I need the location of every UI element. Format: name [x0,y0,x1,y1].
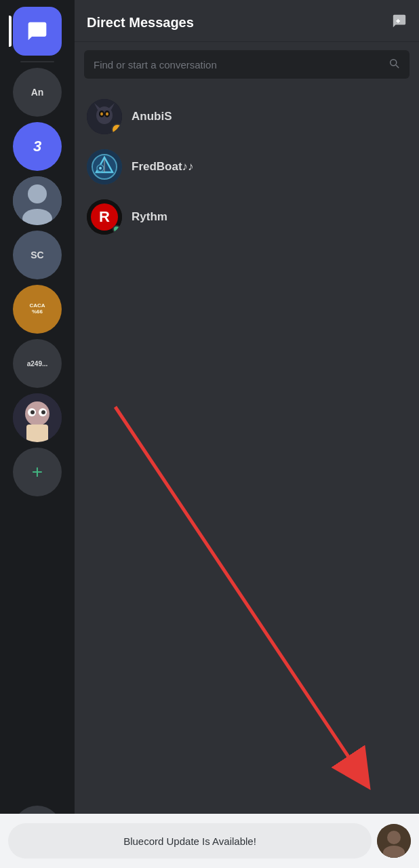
bottom-nav-content: Bluecord Update Is Available! [8,823,372,859]
server-sidebar: An 3 SC [0,0,75,868]
svg-point-8 [31,410,35,414]
svg-rect-5 [26,425,48,442]
server-wrapper-an: An [13,68,62,117]
dm-title: Direct Messages [87,15,194,31]
plus-icon: + [32,461,43,483]
new-dm-icon [392,14,407,28]
sidebar-a249-label: a249... [27,360,48,368]
dm-header: Direct Messages [75,0,419,42]
svg-point-22 [99,167,102,170]
sidebar-an-label: An [31,87,44,98]
server-wrapper-a249: a249... [13,339,62,388]
svg-point-16 [100,113,103,116]
dm-item-rythm[interactable]: R Rythm [80,193,414,241]
svg-point-30 [387,831,401,844]
add-server-button[interactable]: + [13,448,62,496]
dm-avatar-anubis: 🌙 [87,99,122,134]
server-wrapper-cacao: CACA%66 [13,285,62,334]
sidebar-item-person[interactable] [13,176,62,225]
svg-point-17 [106,113,108,116]
search-bar[interactable]: Find or start a conversation [84,50,410,79]
update-text: Bluecord Update Is Available! [123,835,256,847]
svg-point-9 [41,410,45,414]
sidebar-item-anime[interactable] [13,393,62,442]
online-indicator-rythm [113,225,121,233]
user-avatar-bottom[interactable] [377,824,411,858]
server-wrapper-anime [13,393,62,442]
server-wrapper-b3: 3 [13,122,62,171]
dm-chat-icon [26,20,48,42]
cacao-label: CACA%66 [29,303,45,315]
dm-avatar-rythm: R [87,199,122,235]
server-wrapper-sc: SC [13,231,62,279]
dm-panel: Direct Messages Find or start a conversa… [75,0,419,868]
app-container: An 3 SC [0,0,419,868]
server-wrapper-dm [13,7,62,56]
sidebar-item-an[interactable]: An [13,68,62,117]
sidebar-item-dm[interactable] [13,7,62,56]
dm-name-anubis: AnubiS [132,110,172,123]
server-wrapper-person [13,176,62,225]
svg-text:R: R [99,208,110,225]
search-placeholder-text: Find or start a conversation [94,59,217,71]
sidebar-sc-label: SC [31,250,43,260]
dm-list: 🌙 AnubiS FredBoat♪♪ [75,87,419,868]
update-notification[interactable]: Bluecord Update Is Available! [8,823,372,859]
fredboat-avatar-icon [87,149,122,184]
new-dm-button[interactable] [392,14,407,32]
svg-point-1 [28,184,47,203]
moon-badge-anubis: 🌙 [111,123,122,134]
sidebar-item-sc[interactable]: SC [13,231,62,279]
person-avatar-icon [13,176,62,225]
dm-avatar-fredboat [87,149,122,184]
sidebar-item-b3[interactable]: 3 [13,122,62,171]
sidebar-item-cacao[interactable]: CACA%66 [13,285,62,334]
sidebar-divider [20,61,54,62]
search-icon [388,57,400,72]
dm-item-anubis[interactable]: 🌙 AnubiS [80,92,414,141]
bottom-nav: Bluecord Update Is Available! [0,814,419,868]
dm-name-fredboat: FredBoat♪♪ [132,160,194,174]
dm-item-fredboat[interactable]: FredBoat♪♪ [80,142,414,191]
anime-avatar-icon [13,393,62,442]
dm-name-rythm: Rythm [132,210,167,224]
search-magnifier-icon [388,57,400,69]
user-avatar-icon [377,824,411,858]
active-indicator [9,16,12,47]
sidebar-item-a249[interactable]: a249... [13,339,62,388]
